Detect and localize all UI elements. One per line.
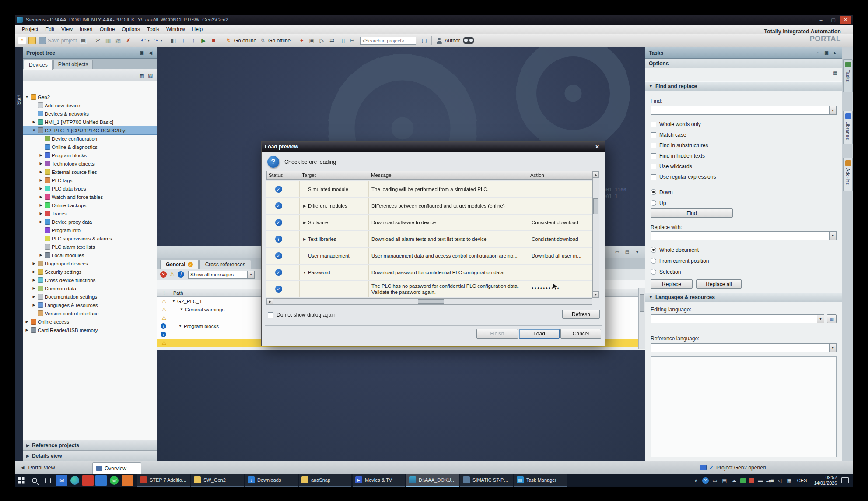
tree-item-card-reader-usb-memory[interactable]: ▶Card Reader/USB memory <box>23 326 157 334</box>
search-in-project-input[interactable] <box>360 37 416 45</box>
checkbox-box[interactable] <box>651 122 656 127</box>
minimize-button[interactable] <box>815 16 827 24</box>
task-view-button[interactable] <box>41 474 54 487</box>
horizontal-scrollbar[interactable]: ◀ ▶ <box>266 298 592 305</box>
expand-arrow-icon[interactable]: ▼ <box>32 128 36 132</box>
expand-arrow-icon[interactable]: ▶ <box>32 278 36 282</box>
taskbar-app-aaasnap[interactable]: aaaSnap <box>299 474 351 487</box>
load-preview-row[interactable]: ✓▶SoftwareDownload software to deviceCon… <box>266 215 592 231</box>
expand-arrow-icon[interactable]: ▶ <box>38 220 43 224</box>
tab-plant-objects[interactable]: Plant objects <box>53 60 93 69</box>
toolbar-go-online-button[interactable]: ↯Go online <box>224 36 257 45</box>
close-button[interactable] <box>840 16 851 24</box>
scroll-down-icon[interactable]: ▼ <box>593 291 599 298</box>
collapse-panel-left-icon[interactable] <box>147 50 154 55</box>
toolbar-upload-from-device-button[interactable]: ↑ <box>189 36 198 45</box>
toolbar-accessible-devices-button[interactable]: ▣ <box>307 36 316 45</box>
taskbar-app-d-aaa-dokume[interactable]: D:\AAA_DOKUME... <box>406 474 459 487</box>
message-filter-select[interactable]: Show all messages ▾ <box>188 271 255 279</box>
toolbar-stop-cpu-button[interactable]: ■ <box>209 36 218 45</box>
tree-item-traces[interactable]: ▶Traces <box>23 209 157 218</box>
find-button[interactable]: Find <box>651 208 733 218</box>
message-icon[interactable] <box>756 476 765 485</box>
tree-item-add-new-device[interactable]: Add new device <box>23 101 157 109</box>
side-tab-tasks[interactable]: Tasks <box>843 59 853 92</box>
checkbox-find-in-substructures[interactable]: Find in substructures <box>651 140 836 151</box>
scrollbar-thumb[interactable] <box>593 198 598 214</box>
expand-arrow-icon[interactable]: ▶ <box>24 328 29 332</box>
toolbar-cut-button[interactable]: ✂ <box>94 36 103 45</box>
expand-arrow-icon[interactable]: ▶ <box>38 170 43 174</box>
display-icon[interactable] <box>710 476 719 485</box>
tab-cross-references[interactable]: Cross-references <box>200 260 251 269</box>
toolbar-download-to-device-button[interactable]: ↓ <box>179 36 188 45</box>
error-filter-icon[interactable] <box>160 271 167 278</box>
chevron-down-icon[interactable]: ▾ <box>829 106 836 114</box>
menu-edit[interactable]: Edit <box>42 25 58 33</box>
expand-arrow-icon[interactable]: ▶ <box>26 454 29 458</box>
maximize-button[interactable] <box>827 16 839 24</box>
maximize-inspector-icon[interactable] <box>624 250 630 254</box>
tree-item-languages-resources[interactable]: ▶Languages & resources <box>23 301 157 309</box>
undock-panel-icon[interactable] <box>815 50 821 55</box>
toolbar-undo-button[interactable]: ↶▾ <box>139 36 150 45</box>
red-app-icon[interactable] <box>82 475 94 486</box>
whatsapp-icon[interactable] <box>110 476 119 485</box>
toolbar-paste-button[interactable]: ▧ <box>114 36 123 45</box>
taskbar-app-task-manager[interactable]: Task Manager <box>514 474 567 487</box>
volume-icon[interactable] <box>775 476 784 485</box>
tree-item-gen2[interactable]: ▼Gen2 <box>23 93 157 101</box>
menu-help[interactable]: Help <box>189 25 206 33</box>
action-cell[interactable]: ********** <box>528 281 592 297</box>
load-preview-row[interactable]: ✓The PLC has no password for confidentia… <box>266 281 592 298</box>
pin-panel-icon[interactable] <box>823 50 830 55</box>
finish-button[interactable]: Finish <box>476 329 518 339</box>
tab-general[interactable]: Generali <box>160 260 199 269</box>
blue-app-icon[interactable] <box>95 475 107 486</box>
expand-arrow-icon[interactable]: ▶ <box>32 120 36 124</box>
info-filter-icon[interactable] <box>178 271 184 278</box>
expand-arrow-icon[interactable]: ▶ <box>301 221 308 225</box>
chevron-down-icon[interactable]: ▾ <box>247 271 254 278</box>
portal-view-button[interactable]: Portal view <box>28 465 55 471</box>
toolbar-reading-glasses-button[interactable] <box>462 36 475 45</box>
checkbox-use-wildcards[interactable]: Use wildcards <box>651 161 836 172</box>
tree-item-online-backups[interactable]: ▶Online backups <box>23 201 157 209</box>
toolbar-open-project-button[interactable] <box>28 36 37 45</box>
toolbar-start-cpu-button[interactable]: ▶ <box>199 36 208 45</box>
checkbox-box[interactable] <box>651 153 656 159</box>
expand-arrow-icon[interactable]: ▶ <box>32 303 36 307</box>
scroll-right-icon[interactable]: ▶ <box>267 299 273 304</box>
help-icon[interactable] <box>702 477 709 484</box>
radio-down[interactable]: Down <box>651 187 673 198</box>
tree-item-version-control-interface[interactable]: Version control interface <box>23 309 157 318</box>
checkbox-box[interactable] <box>268 312 273 318</box>
tree-item-online-access[interactable]: ▶Online access <box>23 318 157 326</box>
expand-arrow-icon[interactable]: ▶ <box>24 320 29 324</box>
side-tab-libraries[interactable]: Libraries <box>843 111 853 144</box>
tree-item-common-data[interactable]: ▶Common data <box>23 284 157 293</box>
toolbar-go-offline-button[interactable]: ↯Go offline <box>258 36 291 45</box>
find-input[interactable] <box>651 106 829 114</box>
tree-item-documentation-settings[interactable]: ▶Documentation settings <box>23 293 157 301</box>
scrollbar-thumb[interactable] <box>640 294 644 312</box>
tree-item-plc-alarm-text-lists[interactable]: PLC alarm text lists <box>23 243 157 251</box>
expand-arrow-icon[interactable]: ▶ <box>32 270 36 274</box>
side-tab-add-ins[interactable]: Add-Ins <box>843 158 853 191</box>
scroll-up-icon[interactable]: ▲ <box>593 171 599 178</box>
scrollbar-thumb[interactable] <box>418 299 444 304</box>
load-button[interactable]: Load <box>519 329 560 339</box>
expand-arrow-icon[interactable]: ▶ <box>32 286 36 290</box>
tree-item-plc-supervisions-alarms[interactable]: PLC supervisions & alarms <box>23 234 157 243</box>
green-status-icon[interactable] <box>740 478 746 483</box>
menu-window[interactable]: Window <box>163 25 189 33</box>
radio-up[interactable]: Up <box>651 198 673 208</box>
expand-arrow-icon[interactable]: ▶ <box>32 261 36 265</box>
load-preview-row[interactable]: ✓User managementUser management data and… <box>266 248 592 265</box>
menu-view[interactable]: View <box>58 25 76 33</box>
taskbar-app-downloads[interactable]: Downloads <box>245 474 298 487</box>
panel-options-icon[interactable] <box>832 71 838 75</box>
load-preview-row[interactable]: ✓▼PasswordDownload password for confiden… <box>266 265 592 281</box>
expand-arrow-icon[interactable]: ▼ <box>179 307 184 311</box>
toolbar-copy-button[interactable]: ▥ <box>104 36 113 45</box>
